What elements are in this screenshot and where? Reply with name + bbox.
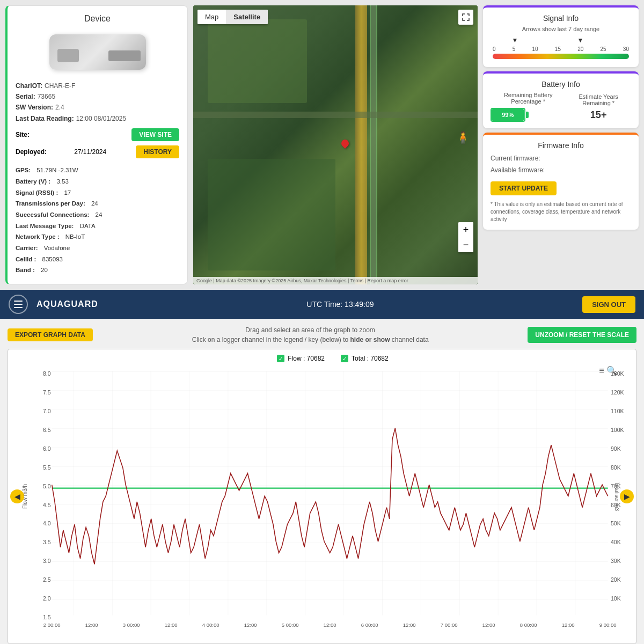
map-zoom-controls: + −: [458, 222, 473, 252]
graph-next-button[interactable]: ▶: [620, 489, 634, 503]
map-zoom-out-button[interactable]: −: [458, 237, 473, 252]
svg-text:6.0: 6.0: [43, 445, 51, 452]
graph-menu-icon[interactable]: ≡ 🔍: [599, 365, 617, 376]
svg-text:4.0: 4.0: [43, 520, 51, 526]
svg-text:6.5: 6.5: [43, 427, 51, 433]
bottom-section: AQUAGUARD UTC Time: 13:49:09 SIGN OUT EX…: [0, 290, 644, 644]
signal-scale-numbers: 051015202530: [493, 46, 629, 52]
export-graph-button[interactable]: EXPORT GRAPH DATA: [8, 328, 93, 341]
svg-text:90K: 90K: [611, 445, 621, 452]
battery-percentage-col: Remaining Battery Percentage * 99%: [491, 92, 566, 122]
svg-text:6 00:00: 6 00:00: [361, 622, 378, 628]
svg-text:20K: 20K: [611, 576, 621, 583]
battery-indicator: 99%: [491, 108, 566, 122]
svg-text:10K: 10K: [611, 595, 621, 602]
svg-text:5 00:00: 5 00:00: [282, 622, 299, 628]
map-background: 🧍: [193, 5, 478, 284]
hamburger-line-3: [14, 307, 23, 308]
gps-info: GPS: 51.79N -2.31W Battery (V) : 3.53 Si…: [16, 165, 179, 276]
svg-text:12:00: 12:00: [244, 622, 257, 628]
start-update-button[interactable]: START UPDATE: [491, 181, 557, 195]
svg-text:12:00: 12:00: [165, 622, 178, 628]
svg-rect-0: [52, 371, 608, 616]
signal-info-subtitle: Arrows show last 7 day range: [491, 26, 631, 32]
battery-fill: 99%: [492, 109, 524, 121]
battery-info-title: Battery Info: [491, 80, 631, 89]
device-panel-title: Device: [84, 14, 111, 24]
legend-flow-check: ✓: [277, 355, 284, 362]
svg-text:50K: 50K: [611, 520, 621, 526]
device-info: CharIOT:CHAR-E-F Serial:73665 SW Version…: [16, 80, 179, 125]
unzoom-button[interactable]: UNZOOM / RESET THE SCALE: [528, 327, 636, 343]
firmware-disclaimer: * This value is only an estimate based o…: [491, 201, 631, 223]
svg-text:4 00:00: 4 00:00: [202, 622, 219, 628]
signal-bar: [493, 54, 629, 59]
legend-total-check: ✓: [341, 355, 348, 362]
svg-text:1.5: 1.5: [43, 614, 51, 620]
svg-text:2.5: 2.5: [43, 576, 51, 583]
svg-text:120K: 120K: [611, 389, 624, 396]
right-panels: Signal Info Arrows show last 7 day range…: [483, 5, 639, 284]
svg-text:40K: 40K: [611, 539, 621, 545]
battery-info-panel: Battery Info Remaining Battery Percentag…: [483, 71, 639, 128]
svg-text:8.0: 8.0: [43, 370, 51, 377]
battery-tip: [526, 112, 529, 118]
view-site-button[interactable]: VIEW SITE: [131, 128, 179, 141]
map-tab-map[interactable]: Map: [197, 10, 226, 24]
deployed-row: Deployed: 27/11/2024 HISTORY: [16, 145, 179, 158]
svg-text:12:00: 12:00: [85, 622, 98, 628]
battery-years-col: Estimate Years Remaining * 15+: [566, 93, 631, 121]
history-button[interactable]: HISTORY: [136, 145, 179, 158]
svg-text:100K: 100K: [611, 427, 624, 433]
chart-svg: 8.0 7.5 7.0 6.5 6.0 5.5 5.0 4.5 4.0 3.5 …: [35, 365, 631, 638]
svg-text:2.0: 2.0: [43, 595, 51, 602]
legend-flow: ✓ Flow : 70682: [277, 355, 325, 362]
map-panel: 🧍 Map Satellite + − Google | Map data ©2…: [193, 5, 478, 284]
hamburger-menu-button[interactable]: [9, 295, 28, 314]
legend-total: ✓ Total : 70682: [341, 355, 389, 362]
hamburger-line-1: [14, 301, 23, 302]
map-tab-satellite[interactable]: Satellite: [226, 10, 268, 24]
svg-text:12:00: 12:00: [562, 622, 575, 628]
svg-text:3.0: 3.0: [43, 558, 51, 564]
graph-container: ✓ Flow : 70682 ✓ Total : 70682 ◀ ▶ ≡ 🔍 F…: [8, 349, 636, 644]
signal-info-panel: Signal Info Arrows show last 7 day range…: [483, 5, 639, 67]
map-zoom-in-button[interactable]: +: [458, 222, 473, 237]
svg-text:3 00:00: 3 00:00: [123, 622, 140, 628]
svg-text:2 00:00: 2 00:00: [43, 622, 61, 628]
map-fullscreen-button[interactable]: [458, 10, 473, 25]
nav-title: AQUAGUARD: [36, 299, 98, 309]
svg-text:8 00:00: 8 00:00: [520, 622, 537, 628]
battery-content: Remaining Battery Percentage * 99% Estim…: [491, 92, 631, 122]
battery-years-value: 15+: [566, 109, 631, 121]
svg-text:12:00: 12:00: [403, 622, 416, 628]
y-axis-right-label: Totaliser m3: [614, 482, 620, 511]
graph-hint: Drag and select an area of the graph to …: [93, 325, 528, 345]
svg-text:80K: 80K: [611, 464, 621, 471]
firmware-info-title: Firmware Info: [491, 141, 631, 150]
signal-info-title: Signal Info: [491, 14, 631, 23]
svg-text:9 00:00: 9 00:00: [599, 622, 617, 628]
graph-legend: ✓ Flow : 70682 ✓ Total : 70682: [35, 355, 631, 362]
y-axis-left-label: Flow m3/h: [22, 484, 28, 509]
device-image: [49, 34, 146, 70]
firmware-info-panel: Firmware Info Current firmware: Availabl…: [483, 133, 639, 230]
svg-text:110K: 110K: [611, 408, 624, 414]
sign-out-button[interactable]: SIGN OUT: [582, 296, 635, 313]
signal-scale: ▼ ▼ 051015202530: [491, 36, 631, 59]
site-row: Site: VIEW SITE: [16, 128, 179, 141]
firmware-content: Current firmware: Available firmware:: [491, 153, 631, 176]
svg-text:5.0: 5.0: [43, 483, 51, 489]
hamburger-line-2: [14, 304, 23, 305]
svg-text:30K: 30K: [611, 558, 621, 564]
graph-section: EXPORT GRAPH DATA Drag and select an are…: [0, 319, 644, 644]
battery-body: 99%: [491, 108, 525, 122]
svg-text:7.0: 7.0: [43, 408, 51, 414]
svg-text:3.5: 3.5: [43, 539, 51, 545]
svg-text:7 00:00: 7 00:00: [441, 622, 458, 628]
svg-text:4.5: 4.5: [43, 502, 51, 508]
svg-text:7.5: 7.5: [43, 389, 51, 396]
device-panel: Device CharIOT:CHAR-E-F Serial:73665 SW …: [5, 5, 188, 284]
navbar: AQUAGUARD UTC Time: 13:49:09 SIGN OUT: [0, 290, 644, 319]
map-figure: 🧍: [456, 131, 470, 145]
